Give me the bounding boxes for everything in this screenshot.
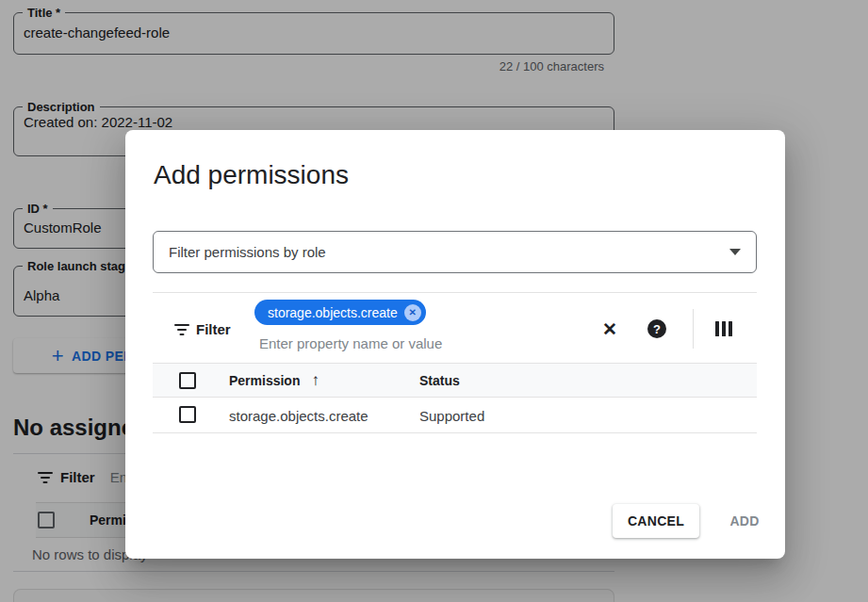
cancel-button[interactable]: CANCEL [613, 504, 699, 538]
filter-chip-label: storage.objects.create [268, 305, 398, 320]
row-checkbox[interactable] [179, 406, 196, 423]
role-select-placeholder: Filter permissions by role [169, 244, 326, 260]
help-button[interactable]: ? [644, 316, 670, 342]
permission-column-label: Permission [229, 373, 300, 388]
dialog-filter-label: Filter [196, 321, 231, 337]
columns-icon [715, 321, 732, 336]
dialog-filter-input[interactable]: Enter property name or value [259, 335, 442, 351]
add-button[interactable]: ADD [718, 504, 771, 538]
screen: Title * create-changefeed-role 22 / 100 … [0, 0, 868, 602]
divider [693, 309, 694, 349]
status-column-header: Status [419, 373, 460, 388]
row-status: Supported [419, 408, 484, 424]
sort-ascending-icon: ↑ [311, 374, 319, 387]
select-all-checkbox[interactable] [179, 372, 196, 389]
add-permissions-dialog: Add permissions Filter permissions by ro… [125, 130, 785, 559]
clear-filters-button[interactable]: ✕ [597, 316, 623, 342]
help-icon: ? [647, 319, 666, 338]
dialog-title: Add permissions [154, 160, 349, 190]
chip-remove-icon[interactable]: ✕ [404, 304, 421, 321]
filter-icon [174, 323, 189, 336]
permission-column-header[interactable]: Permission ↑ [229, 373, 319, 388]
table-row[interactable]: storage.objects.create Supported [153, 398, 757, 433]
filter-chip[interactable]: storage.objects.create ✕ [254, 300, 426, 325]
chevron-down-icon [729, 249, 741, 255]
divider [153, 292, 757, 293]
filter-permissions-by-role-select[interactable]: Filter permissions by role [153, 231, 757, 273]
dialog-table-header: Permission ↑ Status [153, 363, 757, 398]
row-permission: storage.objects.create [229, 408, 368, 424]
column-display-button[interactable] [711, 316, 737, 342]
dialog-filter-bar: Filter [174, 321, 231, 337]
